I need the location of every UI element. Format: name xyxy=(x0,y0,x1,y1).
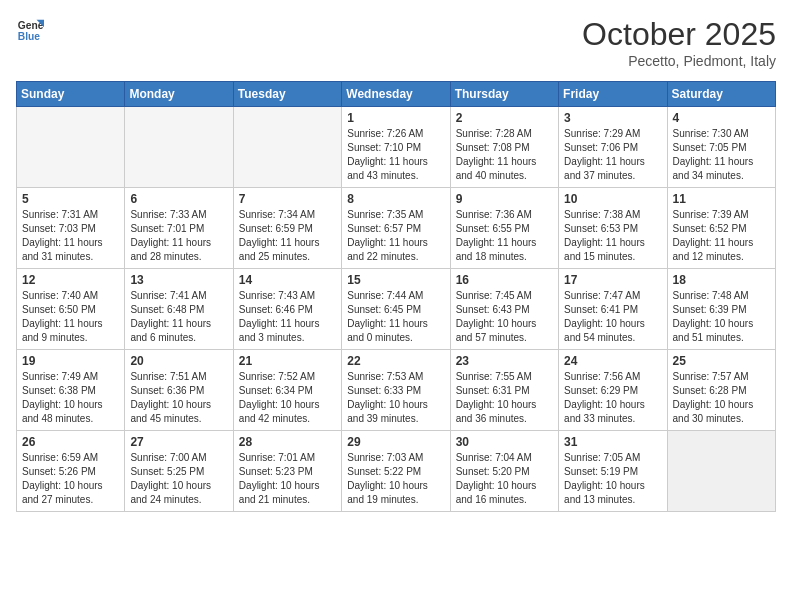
calendar-cell: 9Sunrise: 7:36 AM Sunset: 6:55 PM Daylig… xyxy=(450,188,558,269)
day-number: 24 xyxy=(564,354,661,368)
day-number: 8 xyxy=(347,192,444,206)
col-monday: Monday xyxy=(125,82,233,107)
calendar-cell: 28Sunrise: 7:01 AM Sunset: 5:23 PM Dayli… xyxy=(233,431,341,512)
calendar-cell: 10Sunrise: 7:38 AM Sunset: 6:53 PM Dayli… xyxy=(559,188,667,269)
day-number: 21 xyxy=(239,354,336,368)
calendar-cell: 20Sunrise: 7:51 AM Sunset: 6:36 PM Dayli… xyxy=(125,350,233,431)
day-info: Sunrise: 7:55 AM Sunset: 6:31 PM Dayligh… xyxy=(456,370,553,426)
day-info: Sunrise: 7:04 AM Sunset: 5:20 PM Dayligh… xyxy=(456,451,553,507)
day-info: Sunrise: 7:38 AM Sunset: 6:53 PM Dayligh… xyxy=(564,208,661,264)
calendar-cell: 8Sunrise: 7:35 AM Sunset: 6:57 PM Daylig… xyxy=(342,188,450,269)
day-number: 27 xyxy=(130,435,227,449)
day-number: 17 xyxy=(564,273,661,287)
col-friday: Friday xyxy=(559,82,667,107)
calendar-cell: 13Sunrise: 7:41 AM Sunset: 6:48 PM Dayli… xyxy=(125,269,233,350)
calendar-cell: 7Sunrise: 7:34 AM Sunset: 6:59 PM Daylig… xyxy=(233,188,341,269)
day-number: 18 xyxy=(673,273,770,287)
calendar-cell: 27Sunrise: 7:00 AM Sunset: 5:25 PM Dayli… xyxy=(125,431,233,512)
calendar-cell: 5Sunrise: 7:31 AM Sunset: 7:03 PM Daylig… xyxy=(17,188,125,269)
day-info: Sunrise: 7:56 AM Sunset: 6:29 PM Dayligh… xyxy=(564,370,661,426)
day-number: 26 xyxy=(22,435,119,449)
day-number: 28 xyxy=(239,435,336,449)
day-info: Sunrise: 7:03 AM Sunset: 5:22 PM Dayligh… xyxy=(347,451,444,507)
day-info: Sunrise: 7:44 AM Sunset: 6:45 PM Dayligh… xyxy=(347,289,444,345)
calendar-subtitle: Pecetto, Piedmont, Italy xyxy=(582,53,776,69)
calendar-cell: 26Sunrise: 6:59 AM Sunset: 5:26 PM Dayli… xyxy=(17,431,125,512)
day-info: Sunrise: 7:33 AM Sunset: 7:01 PM Dayligh… xyxy=(130,208,227,264)
calendar-cell: 3Sunrise: 7:29 AM Sunset: 7:06 PM Daylig… xyxy=(559,107,667,188)
calendar-week-row: 26Sunrise: 6:59 AM Sunset: 5:26 PM Dayli… xyxy=(17,431,776,512)
logo-icon: General Blue xyxy=(16,16,44,44)
calendar-table: Sunday Monday Tuesday Wednesday Thursday… xyxy=(16,81,776,512)
calendar-cell: 6Sunrise: 7:33 AM Sunset: 7:01 PM Daylig… xyxy=(125,188,233,269)
day-number: 7 xyxy=(239,192,336,206)
day-info: Sunrise: 7:01 AM Sunset: 5:23 PM Dayligh… xyxy=(239,451,336,507)
svg-text:Blue: Blue xyxy=(18,31,41,42)
day-number: 5 xyxy=(22,192,119,206)
day-number: 31 xyxy=(564,435,661,449)
col-wednesday: Wednesday xyxy=(342,82,450,107)
day-number: 25 xyxy=(673,354,770,368)
day-info: Sunrise: 7:05 AM Sunset: 5:19 PM Dayligh… xyxy=(564,451,661,507)
day-info: Sunrise: 7:52 AM Sunset: 6:34 PM Dayligh… xyxy=(239,370,336,426)
calendar-cell: 29Sunrise: 7:03 AM Sunset: 5:22 PM Dayli… xyxy=(342,431,450,512)
day-info: Sunrise: 7:26 AM Sunset: 7:10 PM Dayligh… xyxy=(347,127,444,183)
calendar-cell: 17Sunrise: 7:47 AM Sunset: 6:41 PM Dayli… xyxy=(559,269,667,350)
day-number: 14 xyxy=(239,273,336,287)
calendar-week-row: 5Sunrise: 7:31 AM Sunset: 7:03 PM Daylig… xyxy=(17,188,776,269)
day-number: 9 xyxy=(456,192,553,206)
day-number: 12 xyxy=(22,273,119,287)
col-tuesday: Tuesday xyxy=(233,82,341,107)
page-header: General Blue October 2025 Pecetto, Piedm… xyxy=(16,16,776,69)
day-info: Sunrise: 7:31 AM Sunset: 7:03 PM Dayligh… xyxy=(22,208,119,264)
day-info: Sunrise: 7:40 AM Sunset: 6:50 PM Dayligh… xyxy=(22,289,119,345)
calendar-week-row: 19Sunrise: 7:49 AM Sunset: 6:38 PM Dayli… xyxy=(17,350,776,431)
day-number: 4 xyxy=(673,111,770,125)
calendar-cell: 19Sunrise: 7:49 AM Sunset: 6:38 PM Dayli… xyxy=(17,350,125,431)
day-number: 11 xyxy=(673,192,770,206)
day-number: 13 xyxy=(130,273,227,287)
day-number: 6 xyxy=(130,192,227,206)
calendar-cell: 24Sunrise: 7:56 AM Sunset: 6:29 PM Dayli… xyxy=(559,350,667,431)
calendar-cell: 23Sunrise: 7:55 AM Sunset: 6:31 PM Dayli… xyxy=(450,350,558,431)
calendar-week-row: 1Sunrise: 7:26 AM Sunset: 7:10 PM Daylig… xyxy=(17,107,776,188)
day-info: Sunrise: 6:59 AM Sunset: 5:26 PM Dayligh… xyxy=(22,451,119,507)
day-info: Sunrise: 7:53 AM Sunset: 6:33 PM Dayligh… xyxy=(347,370,444,426)
title-block: October 2025 Pecetto, Piedmont, Italy xyxy=(582,16,776,69)
day-number: 10 xyxy=(564,192,661,206)
day-info: Sunrise: 7:57 AM Sunset: 6:28 PM Dayligh… xyxy=(673,370,770,426)
calendar-cell: 25Sunrise: 7:57 AM Sunset: 6:28 PM Dayli… xyxy=(667,350,775,431)
header-row: Sunday Monday Tuesday Wednesday Thursday… xyxy=(17,82,776,107)
day-info: Sunrise: 7:28 AM Sunset: 7:08 PM Dayligh… xyxy=(456,127,553,183)
calendar-cell: 31Sunrise: 7:05 AM Sunset: 5:19 PM Dayli… xyxy=(559,431,667,512)
day-number: 29 xyxy=(347,435,444,449)
day-number: 23 xyxy=(456,354,553,368)
day-number: 22 xyxy=(347,354,444,368)
day-info: Sunrise: 7:00 AM Sunset: 5:25 PM Dayligh… xyxy=(130,451,227,507)
calendar-cell: 16Sunrise: 7:45 AM Sunset: 6:43 PM Dayli… xyxy=(450,269,558,350)
day-number: 16 xyxy=(456,273,553,287)
day-info: Sunrise: 7:49 AM Sunset: 6:38 PM Dayligh… xyxy=(22,370,119,426)
day-info: Sunrise: 7:29 AM Sunset: 7:06 PM Dayligh… xyxy=(564,127,661,183)
calendar-cell xyxy=(667,431,775,512)
day-info: Sunrise: 7:48 AM Sunset: 6:39 PM Dayligh… xyxy=(673,289,770,345)
day-number: 2 xyxy=(456,111,553,125)
day-info: Sunrise: 7:43 AM Sunset: 6:46 PM Dayligh… xyxy=(239,289,336,345)
calendar-week-row: 12Sunrise: 7:40 AM Sunset: 6:50 PM Dayli… xyxy=(17,269,776,350)
day-info: Sunrise: 7:35 AM Sunset: 6:57 PM Dayligh… xyxy=(347,208,444,264)
col-saturday: Saturday xyxy=(667,82,775,107)
calendar-cell: 18Sunrise: 7:48 AM Sunset: 6:39 PM Dayli… xyxy=(667,269,775,350)
calendar-cell xyxy=(233,107,341,188)
day-info: Sunrise: 7:41 AM Sunset: 6:48 PM Dayligh… xyxy=(130,289,227,345)
calendar-cell xyxy=(125,107,233,188)
calendar-cell: 4Sunrise: 7:30 AM Sunset: 7:05 PM Daylig… xyxy=(667,107,775,188)
calendar-cell: 30Sunrise: 7:04 AM Sunset: 5:20 PM Dayli… xyxy=(450,431,558,512)
calendar-cell: 1Sunrise: 7:26 AM Sunset: 7:10 PM Daylig… xyxy=(342,107,450,188)
day-number: 19 xyxy=(22,354,119,368)
day-info: Sunrise: 7:39 AM Sunset: 6:52 PM Dayligh… xyxy=(673,208,770,264)
day-number: 30 xyxy=(456,435,553,449)
calendar-cell: 15Sunrise: 7:44 AM Sunset: 6:45 PM Dayli… xyxy=(342,269,450,350)
calendar-cell: 22Sunrise: 7:53 AM Sunset: 6:33 PM Dayli… xyxy=(342,350,450,431)
calendar-cell: 12Sunrise: 7:40 AM Sunset: 6:50 PM Dayli… xyxy=(17,269,125,350)
col-thursday: Thursday xyxy=(450,82,558,107)
